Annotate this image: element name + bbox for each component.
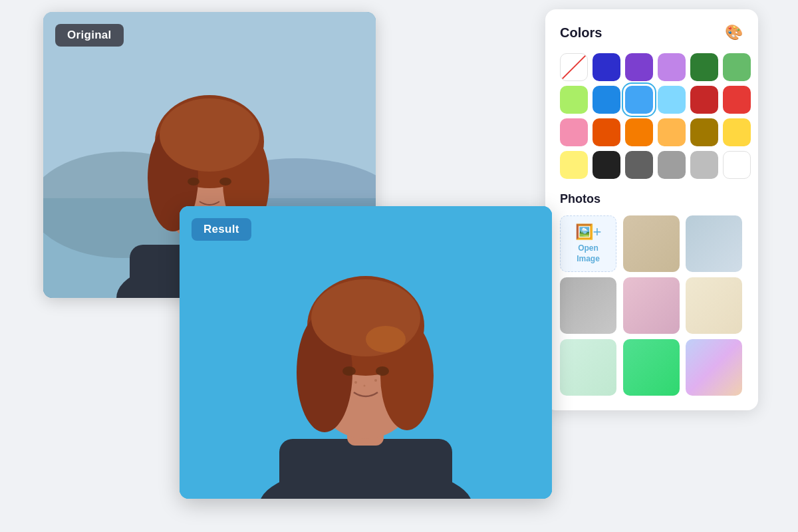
upload-icon: 🖼️+ — [575, 223, 602, 241]
svg-point-28 — [364, 385, 366, 387]
color-swatch-green[interactable] — [723, 53, 751, 81]
color-swatch-black[interactable] — [593, 151, 620, 179]
panel-header: Colors 🎨 — [560, 23, 743, 43]
photo-green[interactable] — [623, 339, 680, 396]
photos-title: Photos — [560, 192, 743, 206]
svg-point-26 — [354, 381, 357, 384]
photo-rainbow[interactable] — [686, 339, 742, 396]
original-badge: Original — [55, 24, 124, 47]
open-image-button[interactable]: 🖼️+ OpenImage — [560, 215, 616, 272]
svg-point-27 — [374, 379, 377, 382]
color-swatch-purple[interactable] — [625, 53, 653, 81]
colors-panel: Colors 🎨 — [545, 9, 758, 410]
color-swatch-mid-grey[interactable] — [658, 151, 686, 179]
color-swatch-blue[interactable] — [593, 86, 620, 114]
photo-beige[interactable] — [623, 215, 680, 272]
color-swatch-sky-blue[interactable] — [625, 86, 653, 114]
color-swatch-red[interactable] — [723, 86, 751, 114]
result-photo — [180, 206, 552, 499]
color-swatch-dark-blue[interactable] — [593, 53, 620, 81]
color-swatch-dark-grey[interactable] — [625, 151, 653, 179]
photo-blue-grey[interactable] — [686, 215, 742, 272]
color-swatch-orange[interactable] — [625, 118, 653, 146]
panel-title: Colors — [560, 25, 602, 41]
svg-point-25 — [376, 366, 389, 376]
svg-point-11 — [160, 98, 259, 172]
photo-cream[interactable] — [686, 277, 742, 334]
svg-point-23 — [366, 326, 406, 352]
color-swatch-light-purple[interactable] — [658, 53, 686, 81]
open-image-label: OpenImage — [577, 243, 600, 264]
color-swatch-light-grey[interactable] — [690, 151, 718, 179]
photo-mint[interactable] — [560, 339, 616, 396]
color-swatch-light-yellow[interactable] — [560, 151, 588, 179]
color-swatch-light-green[interactable] — [560, 86, 588, 114]
color-grid — [560, 53, 743, 179]
color-swatch-orange-brown[interactable] — [593, 118, 620, 146]
color-swatch-white[interactable] — [723, 151, 751, 179]
color-swatch-dark-red[interactable] — [690, 86, 718, 114]
photo-pink[interactable] — [623, 277, 680, 334]
result-card: Result — [180, 206, 552, 499]
svg-rect-16 — [279, 439, 452, 499]
palette-icon: 🎨 — [724, 23, 743, 43]
svg-point-22 — [311, 279, 420, 356]
color-swatch-yellow[interactable] — [723, 118, 751, 146]
svg-point-13 — [219, 178, 231, 186]
svg-point-24 — [342, 366, 356, 376]
color-swatch-light-orange[interactable] — [658, 118, 686, 146]
svg-point-12 — [188, 178, 200, 186]
color-swatch-dark-yellow[interactable] — [690, 118, 718, 146]
photos-grid: 🖼️+ OpenImage — [560, 215, 743, 396]
color-swatch-light-blue[interactable] — [658, 86, 686, 114]
photo-grey[interactable] — [560, 277, 616, 334]
color-swatch-dark-green[interactable] — [690, 53, 718, 81]
result-badge: Result — [192, 218, 251, 241]
color-swatch-transparent[interactable] — [560, 53, 588, 81]
color-swatch-pink[interactable] — [560, 118, 588, 146]
main-area: Original — [0, 0, 798, 532]
